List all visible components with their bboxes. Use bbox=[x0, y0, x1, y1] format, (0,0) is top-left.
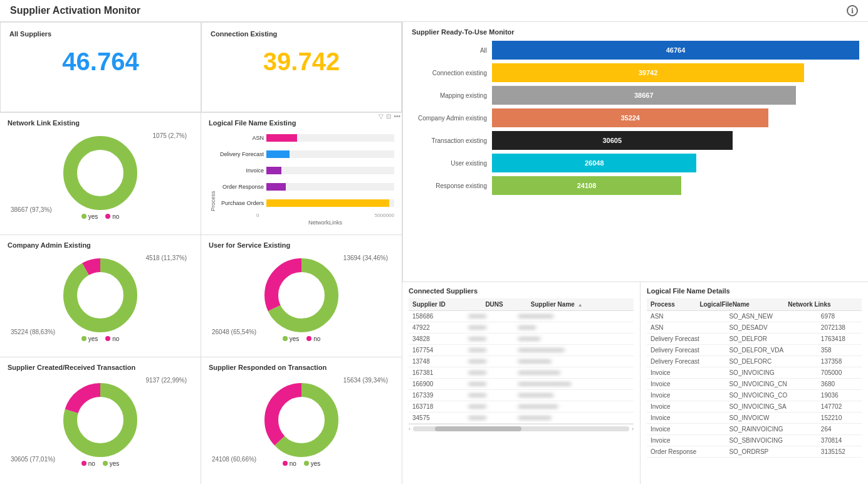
table-row[interactable]: Delivery ForecastSO_DELFOR_VDA358 bbox=[647, 345, 862, 356]
ca-yes-label: yes bbox=[88, 335, 98, 342]
table-row[interactable]: Order ResponseSO_ORDRSP3135152 bbox=[647, 446, 862, 458]
lfd-row-file: SO_ASN_NEW bbox=[725, 311, 817, 322]
table-row[interactable]: 34575••••••••••••••••••••••• bbox=[409, 413, 634, 424]
table-row[interactable]: 163718•••••••••••••••••••••••••• bbox=[409, 401, 634, 413]
table-row[interactable]: 167381••••••••••••••••••••••••••• bbox=[409, 367, 634, 379]
table-row[interactable]: InvoiceSO_INVOICING_CN3680 bbox=[647, 379, 862, 390]
table-row[interactable]: InvoiceSO_INVOICING705000 bbox=[647, 367, 862, 379]
lfd-row-process: Invoice bbox=[647, 390, 725, 401]
rtu-bar-track: 46764 bbox=[492, 41, 859, 60]
rtu-bar-label: Transaction existing bbox=[412, 137, 487, 144]
all-suppliers-card: All Suppliers 46.764 bbox=[0, 22, 201, 112]
table-row[interactable]: 13748••••••••••••••••••••••• bbox=[409, 356, 634, 367]
user-service-title: User for Service Existing bbox=[209, 241, 394, 249]
rtu-bar-track: 38667 bbox=[492, 86, 859, 105]
table-row[interactable]: Delivery ForecastSO_DELFOR1763418 bbox=[647, 334, 862, 345]
rtu-bar-track: 24108 bbox=[492, 176, 859, 195]
network-link-donut-container: 1075 (2,7%) 38667 (97,3%) yes bbox=[8, 129, 193, 226]
connected-suppliers-title: Connected Suppliers bbox=[409, 287, 634, 295]
table-row[interactable]: 34828•••••••••••••••••• bbox=[409, 334, 634, 345]
lfd-row-process: Invoice bbox=[647, 367, 725, 379]
bar-or-label: Order Response bbox=[219, 184, 264, 190]
user-service-legend: yes no bbox=[283, 335, 321, 342]
table-row[interactable]: 47922•••••••••••••••• bbox=[409, 322, 634, 334]
lfd-row-file: SO_INVOICING_CO bbox=[725, 390, 817, 401]
table-row[interactable]: 158686•••••••••••••••••••••••• bbox=[409, 311, 634, 322]
cs-row-id: 34575 bbox=[409, 413, 465, 424]
rtu-bar-label: Company Admin existing bbox=[412, 115, 487, 122]
bar-row-po: Purchase Orders bbox=[219, 199, 394, 207]
lfd-row-file: SO_DELFORC bbox=[725, 356, 817, 367]
supplier-transaction-legend: no yes bbox=[81, 460, 120, 467]
company-admin-donut-container: 4518 (11,37%) 35224 (88,63%) yes bbox=[8, 251, 193, 348]
table-row[interactable]: 167339•••••••••••••••••••••••• bbox=[409, 390, 634, 401]
bar-or-fill bbox=[266, 183, 286, 191]
lfd-row-links: 1763418 bbox=[817, 334, 862, 345]
table-row[interactable]: InvoiceSO_SBINVOICING370814 bbox=[647, 435, 862, 446]
rtu-title: Supplier Ready-To-Use Monitor bbox=[412, 28, 859, 36]
table-row[interactable]: 166900•••••••••••••••••••••••••••••••• bbox=[409, 379, 634, 390]
connected-suppliers-table-wrapper: Supplier ID DUNS Supplier Name ▲ 158686•… bbox=[409, 298, 634, 424]
lfd-data-table: ASNSO_ASN_NEW6978ASNSO_DESADV2072138Deli… bbox=[647, 311, 862, 458]
scroll-left[interactable]: ‹ bbox=[409, 426, 410, 432]
supplier-responded-title: Supplier Responded on Transaction bbox=[209, 364, 394, 371]
yes-dot bbox=[81, 214, 86, 219]
cs-data-table: 158686••••••••••••••••••••••••47922•••••… bbox=[409, 311, 634, 424]
expand-icon[interactable]: ⊡ bbox=[386, 113, 391, 120]
table-row[interactable]: InvoiceSO_INVOICING_CO19036 bbox=[647, 390, 862, 401]
lfd-row-file: SO_RAINVOICING bbox=[725, 424, 817, 435]
right-panel: Supplier Ready-To-Use Monitor All46764Co… bbox=[402, 22, 868, 484]
lfd-row-links: 19036 bbox=[817, 390, 862, 401]
cs-row-name: ••••••••••••••••••• bbox=[515, 367, 634, 379]
cs-row-id: 167381 bbox=[409, 367, 465, 379]
lfd-row-process: Invoice bbox=[647, 379, 725, 390]
lfd-row-file: SO_INVOICW bbox=[725, 413, 817, 424]
cs-row-name: •••••••• bbox=[515, 322, 634, 334]
chart-icons: ▽ ⊡ ••• bbox=[379, 113, 400, 120]
cs-row-name: ••••••••••••••• bbox=[515, 356, 634, 367]
filter-icon[interactable]: ▽ bbox=[379, 113, 384, 120]
lfd-row-file: SO_DELFOR_VDA bbox=[725, 345, 817, 356]
sr-yes-dot bbox=[304, 461, 309, 466]
cs-row-id: 166900 bbox=[409, 379, 465, 390]
cs-row-duns: •••••••• bbox=[465, 356, 515, 367]
info-icon[interactable]: ℹ bbox=[847, 5, 858, 16]
cs-row-id: 47922 bbox=[409, 322, 465, 334]
legend-no: no bbox=[105, 213, 119, 220]
more-icon[interactable]: ••• bbox=[394, 113, 400, 120]
bar-chart-area: Process ASN Delivery Forecast bbox=[209, 129, 394, 226]
legend-yes: yes bbox=[81, 213, 98, 220]
bar-asn-track bbox=[266, 134, 394, 142]
x-axis-0: 0 bbox=[256, 213, 259, 218]
lfd-scroll[interactable]: ASNSO_ASN_NEW6978ASNSO_DESADV2072138Deli… bbox=[647, 311, 862, 458]
h-scroll[interactable]: ‹ › bbox=[409, 424, 634, 433]
lfd-row-links: 2072138 bbox=[817, 322, 862, 334]
cs-row-name: ••••••••••••••••••••• bbox=[515, 345, 634, 356]
st-no-label: no bbox=[88, 460, 95, 467]
rtu-bar-fill: 39742 bbox=[492, 63, 804, 82]
svg-point-2 bbox=[70, 265, 130, 325]
table-row[interactable]: InvoiceSO_INVOICING_SA147702 bbox=[647, 401, 862, 413]
lfd-row-file: SO_DELFOR bbox=[725, 334, 817, 345]
sort-icon[interactable]: ▲ bbox=[578, 302, 583, 308]
x-axis-max: 5000000 bbox=[375, 213, 394, 218]
table-row[interactable]: InvoiceSO_RAINVOICING264 bbox=[647, 424, 862, 435]
table-row[interactable]: InvoiceSO_INVOICW152210 bbox=[647, 413, 862, 424]
bar-y-label: Process bbox=[209, 130, 216, 211]
table-row[interactable]: 167754••••••••••••••••••••••••••••• bbox=[409, 345, 634, 356]
scroll-right[interactable]: › bbox=[632, 426, 634, 432]
lfd-header-row: Process LogicalFileName Network Links bbox=[647, 298, 862, 311]
svg-point-0 bbox=[70, 143, 130, 203]
cs-header-row: Supplier ID DUNS Supplier Name ▲ bbox=[409, 298, 634, 311]
lfd-row-process: Delivery Forecast bbox=[647, 334, 725, 345]
bar-row-inv: Invoice bbox=[219, 167, 394, 174]
cs-scroll[interactable]: 158686••••••••••••••••••••••••47922•••••… bbox=[409, 311, 634, 424]
table-row[interactable]: ASNSO_ASN_NEW6978 bbox=[647, 311, 862, 322]
bar-chart-content: ASN Delivery Forecast bbox=[216, 130, 394, 211]
lfd-row-process: Delivery Forecast bbox=[647, 345, 725, 356]
logical-file-title: Logical File Name Existing bbox=[209, 119, 394, 127]
table-row[interactable]: ASNSO_DESADV2072138 bbox=[647, 322, 862, 334]
table-row[interactable]: Delivery ForecastSO_DELFORC137358 bbox=[647, 356, 862, 367]
lfd-row-links: 152210 bbox=[817, 413, 862, 424]
top-row: All Suppliers 46.764 Connection Existing… bbox=[0, 22, 402, 113]
